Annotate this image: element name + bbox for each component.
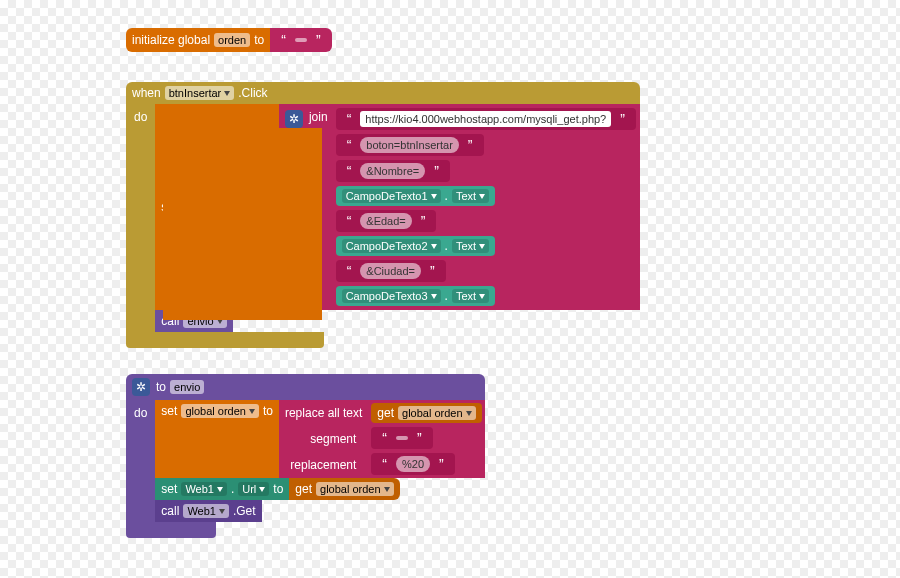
quote-icon: ” (429, 163, 444, 179)
get-label: get (295, 482, 312, 496)
get-label: get (377, 406, 394, 420)
quote-icon: “ (342, 213, 357, 229)
gear-icon[interactable]: ✲ (285, 110, 303, 128)
call-method: .Get (233, 504, 256, 518)
gear-icon[interactable]: ✲ (132, 378, 150, 396)
quote-icon: “ (342, 163, 357, 179)
event-bottom-cap (126, 332, 324, 348)
quote-icon: “ (342, 111, 357, 127)
replacement-value[interactable]: “ %20 ” (371, 453, 454, 475)
event-when-hat[interactable]: when btnInsertar .Click (126, 82, 640, 104)
join-string-5[interactable]: “ &Ciudad= ” (336, 260, 446, 282)
set-label: set (161, 404, 177, 418)
call-comp-dropdown[interactable]: Web1 (183, 504, 229, 518)
proc-to-label: to (156, 380, 166, 394)
proc-do-gutter: do (126, 400, 155, 522)
quote-icon: ” (416, 213, 431, 229)
prop-comp-dropdown[interactable]: CampoDeTexto1 (342, 189, 441, 203)
web-comp-dropdown[interactable]: Web1 (181, 482, 227, 496)
quote-icon: ” (434, 456, 449, 472)
set-to: to (273, 482, 283, 496)
get-var-dropdown[interactable]: global orden (398, 406, 476, 420)
init-var-dropdown[interactable]: orden (214, 33, 250, 47)
segment-value[interactable]: “ ” (371, 427, 432, 449)
event-component-dropdown[interactable]: btnInsertar (165, 86, 235, 100)
quote-icon: ” (412, 430, 427, 446)
join-prop-2[interactable]: CampoDeTexto2 . Text (336, 236, 495, 256)
join-string-4[interactable]: “ &Edad= ” (336, 210, 437, 232)
join-text-2[interactable]: boton=btnInsertar (360, 137, 459, 153)
join-items: “ https://kio4.000webhostapp.com/mysqli_… (334, 104, 640, 310)
quote-icon: ” (615, 111, 630, 127)
quote-icon: ” (425, 263, 440, 279)
quote-icon: “ (377, 430, 392, 446)
join-text-4[interactable]: &Edad= (360, 213, 411, 229)
join-prop-3[interactable]: CampoDeTexto3 . Text (336, 286, 495, 306)
prop-name-dropdown[interactable]: Text (452, 289, 489, 303)
event-do-gutter: do (126, 104, 155, 332)
join-prop-1[interactable]: CampoDeTexto1 . Text (336, 186, 495, 206)
segment-label: segment (310, 432, 362, 446)
join-string-1[interactable]: “ https://kio4.000webhostapp.com/mysqli_… (336, 108, 636, 130)
dot: . (231, 482, 234, 496)
init-value-input[interactable] (295, 38, 307, 42)
call-web1-get-row[interactable]: call Web1 .Get (155, 500, 484, 522)
call-label: call (161, 504, 179, 518)
prop-name-dropdown[interactable]: Text (452, 239, 489, 253)
set-web1-url[interactable]: set Web1 . Url to (155, 478, 289, 500)
dot: . (445, 239, 448, 253)
prop-comp-dropdown[interactable]: CampoDeTexto3 (342, 289, 441, 303)
event-name: .Click (238, 86, 267, 100)
init-to: to (254, 33, 264, 47)
do-label: do (134, 406, 147, 420)
replace-label: replace all text (285, 406, 362, 420)
replacement-text[interactable]: %20 (396, 456, 430, 472)
init-value-string[interactable]: “ ” (270, 28, 331, 52)
join-label: join (309, 110, 328, 124)
do-label: do (134, 110, 147, 124)
join-string-2[interactable]: “ boton=btnInsertar ” (336, 134, 484, 156)
join-text-1[interactable]: https://kio4.000webhostapp.com/mysqli_ge… (360, 111, 611, 127)
join-text-3[interactable]: &Nombre= (360, 163, 425, 179)
call-web1-get[interactable]: call Web1 .Get (155, 500, 261, 522)
join-text-5[interactable]: &Ciudad= (360, 263, 421, 279)
get-var-dropdown[interactable]: global orden (316, 482, 394, 496)
dot: . (445, 189, 448, 203)
get-global-orden-2[interactable]: get global orden (289, 478, 399, 500)
init-label: initialize global (132, 33, 210, 47)
when-label: when (132, 86, 161, 100)
prop-name-dropdown[interactable]: Text (452, 189, 489, 203)
quote-icon: “ (276, 32, 291, 48)
replace-all-text-block[interactable]: replace all text segment replacement (279, 400, 368, 478)
init-global-block[interactable]: initialize global orden to (126, 28, 270, 52)
proc-name-dropdown[interactable]: envio (170, 380, 204, 394)
quote-icon: ” (463, 137, 478, 153)
get-global-orden[interactable]: get global orden (371, 403, 481, 423)
proc-bottom-cap (126, 522, 216, 538)
quote-icon: ” (311, 32, 326, 48)
proc-def-hat[interactable]: ✲ to envio (126, 374, 485, 400)
quote-icon: “ (377, 456, 392, 472)
set-label: set (161, 482, 177, 496)
prop-comp-dropdown[interactable]: CampoDeTexto2 (342, 239, 441, 253)
set-var-dropdown[interactable]: global orden (181, 404, 259, 418)
segment-text[interactable] (396, 436, 408, 440)
quote-icon: “ (342, 263, 357, 279)
replacement-label: replacement (290, 458, 362, 472)
set-web1-url-row[interactable]: set Web1 . Url to get global orden (155, 478, 484, 500)
set-orden-replace-row[interactable]: set global orden to replace all text seg… (155, 400, 484, 478)
set-to: to (263, 404, 273, 418)
set-global-orden-2[interactable]: set global orden to (155, 400, 279, 478)
join-string-3[interactable]: “ &Nombre= ” (336, 160, 450, 182)
web-prop-dropdown[interactable]: Url (238, 482, 269, 496)
dot: . (445, 289, 448, 303)
quote-icon: “ (342, 137, 357, 153)
